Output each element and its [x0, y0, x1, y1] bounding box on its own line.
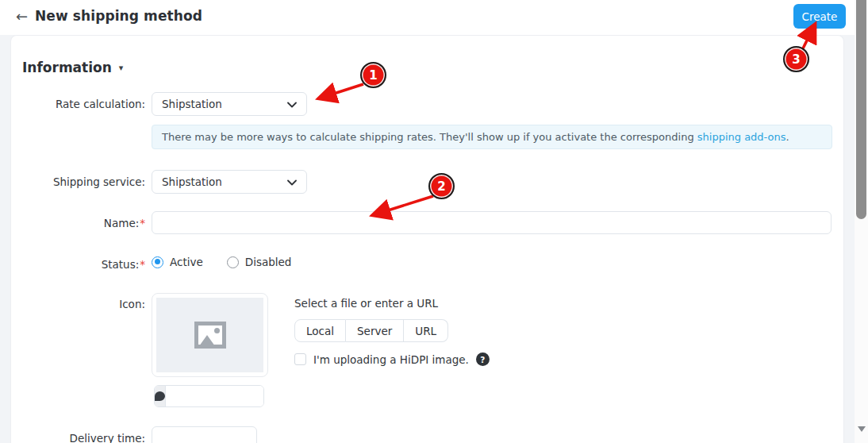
hidpi-label: I'm uploading a HiDPI image.	[313, 353, 469, 366]
rate-note-text: There may be more ways to calculate ship…	[162, 131, 697, 143]
delivery-time-input[interactable]	[152, 426, 257, 443]
section-title-information[interactable]: Information▾	[22, 60, 123, 75]
file-source-title: Select a file or enter a URL	[294, 297, 438, 310]
name-label-text: Name:	[104, 217, 139, 229]
page-title: New shipping method	[35, 8, 202, 24]
status-disabled-label: Disabled	[245, 256, 292, 268]
caret-down-icon: ▾	[119, 63, 124, 73]
annotation-circle-1: 1	[360, 62, 386, 88]
comment-addon	[155, 386, 166, 406]
scrollbar-thumb[interactable]	[856, 0, 866, 219]
status-disabled-radio[interactable]	[227, 256, 239, 268]
status-label: Status:*	[11, 258, 145, 271]
section-title-label: Information	[22, 60, 112, 75]
name-input[interactable]	[152, 211, 832, 234]
icon-label: Icon:	[11, 298, 145, 310]
status-active-label: Active	[170, 256, 203, 268]
information-card: Information▾ Rate calculation: Shipstati…	[10, 35, 844, 443]
status-label-text: Status:	[102, 258, 140, 271]
status-active-radio[interactable]	[152, 256, 163, 268]
page: ← New shipping method Create Information…	[0, 0, 868, 443]
shipping-addons-link[interactable]: shipping add-ons	[697, 131, 786, 143]
icon-alt-text-input[interactable]	[166, 386, 264, 406]
top-bar: ← New shipping method	[0, 0, 855, 35]
icon-placeholder	[156, 298, 263, 372]
shipping-service-select[interactable]: Shipstation	[152, 170, 307, 194]
scrollbar-down-arrow-icon[interactable]	[858, 426, 866, 432]
shipping-service-value: Shipstation	[162, 175, 222, 188]
back-arrow-icon[interactable]: ←	[16, 8, 28, 25]
rate-note-alert: There may be more ways to calculate ship…	[152, 125, 832, 149]
comment-bubble-icon	[155, 391, 165, 401]
scrollbar	[855, 0, 868, 443]
rate-calculation-label: Rate calculation:	[11, 98, 145, 110]
required-asterisk: *	[140, 217, 145, 229]
hidpi-checkbox[interactable]	[294, 353, 306, 365]
chevron-down-icon	[287, 98, 297, 110]
shipping-service-label: Shipping service:	[11, 175, 145, 188]
local-button[interactable]: Local	[294, 319, 346, 342]
image-placeholder-icon	[194, 322, 226, 349]
help-icon[interactable]: ?	[476, 352, 490, 366]
icon-alt-text-group	[154, 385, 264, 407]
create-button[interactable]: Create	[793, 4, 846, 29]
status-radio-group: Active Disabled	[152, 256, 291, 268]
rate-note-text-after: .	[786, 131, 789, 143]
server-button[interactable]: Server	[346, 319, 404, 342]
annotation-circle-3: 3	[783, 46, 809, 72]
name-label: Name:*	[11, 217, 145, 229]
rate-calculation-select[interactable]: Shipstation	[152, 92, 307, 116]
chevron-down-icon	[287, 175, 297, 188]
hidpi-row: I'm uploading a HiDPI image. ?	[294, 352, 490, 366]
icon-upload-dropzone[interactable]	[152, 293, 268, 377]
rate-calculation-value: Shipstation	[162, 98, 222, 110]
url-button[interactable]: URL	[404, 319, 448, 342]
delivery-time-label: Delivery time:	[11, 432, 145, 443]
required-asterisk: *	[140, 258, 145, 271]
file-source-button-group: Local Server URL	[294, 319, 448, 342]
annotation-circle-2: 2	[428, 173, 455, 199]
